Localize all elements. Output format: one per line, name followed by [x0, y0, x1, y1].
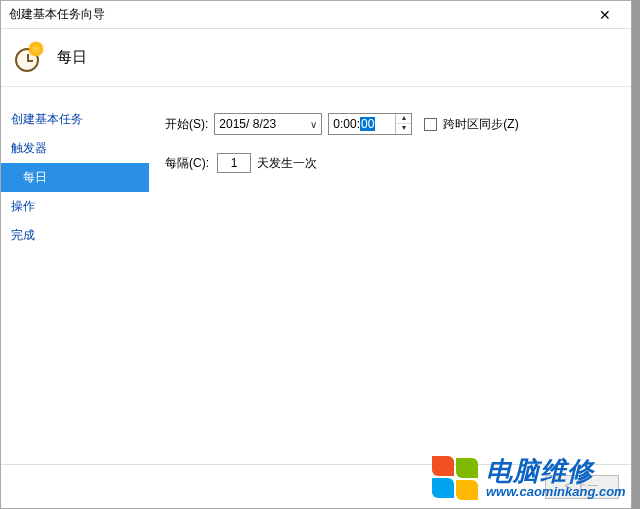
start-date-picker[interactable]: 2015/ 8/23 ∨	[214, 113, 322, 135]
window-title: 创建基本任务向导	[9, 6, 105, 23]
interval-suffix: 天发生一次	[257, 155, 317, 172]
close-button[interactable]: ✕	[587, 1, 623, 28]
wizard-window: 创建基本任务向导 ✕ 每日 创建基本任务 触发器 每日 操作 完成 开始(S):…	[0, 0, 632, 509]
sidebar-item-action[interactable]: 操作	[1, 192, 149, 221]
date-value: 2015/ 8/23	[219, 117, 276, 131]
spin-up-icon[interactable]: ▲	[396, 114, 411, 124]
wizard-header: 每日	[1, 29, 631, 87]
sidebar-item-daily[interactable]: 每日	[1, 163, 149, 192]
page-title: 每日	[57, 48, 87, 67]
interval-label: 每隔(C):	[165, 155, 209, 172]
start-time-spinner[interactable]: 0:00:00 ▲ ▼	[328, 113, 412, 135]
sidebar-item-finish[interactable]: 完成	[1, 221, 149, 250]
interval-input[interactable]	[217, 153, 251, 173]
wizard-content: 开始(S): 2015/ 8/23 ∨ 0:00:00 ▲ ▼ 跨时区同步(Z)	[149, 87, 631, 464]
sidebar-item-create-task[interactable]: 创建基本任务	[1, 105, 149, 134]
interval-row: 每隔(C): 天发生一次	[165, 153, 615, 173]
sidebar-item-trigger[interactable]: 触发器	[1, 134, 149, 163]
sync-timezone-checkbox[interactable]	[424, 118, 437, 131]
wizard-body: 创建基本任务 触发器 每日 操作 完成 开始(S): 2015/ 8/23 ∨ …	[1, 87, 631, 464]
start-row: 开始(S): 2015/ 8/23 ∨ 0:00:00 ▲ ▼ 跨时区同步(Z)	[165, 113, 615, 135]
sync-timezone-label: 跨时区同步(Z)	[443, 116, 518, 133]
schedule-icon	[13, 42, 45, 74]
start-label: 开始(S):	[165, 116, 208, 133]
wizard-sidebar: 创建基本任务 触发器 每日 操作 完成	[1, 87, 149, 464]
close-icon: ✕	[599, 7, 611, 23]
back-button[interactable]: < 上一	[545, 475, 619, 499]
time-spinners: ▲ ▼	[395, 114, 411, 134]
wizard-footer: < 上一	[1, 464, 631, 508]
spin-down-icon[interactable]: ▼	[396, 124, 411, 134]
titlebar: 创建基本任务向导 ✕	[1, 1, 631, 29]
chevron-down-icon[interactable]: ∨	[310, 119, 317, 130]
time-value: 0:00:00	[329, 117, 395, 131]
